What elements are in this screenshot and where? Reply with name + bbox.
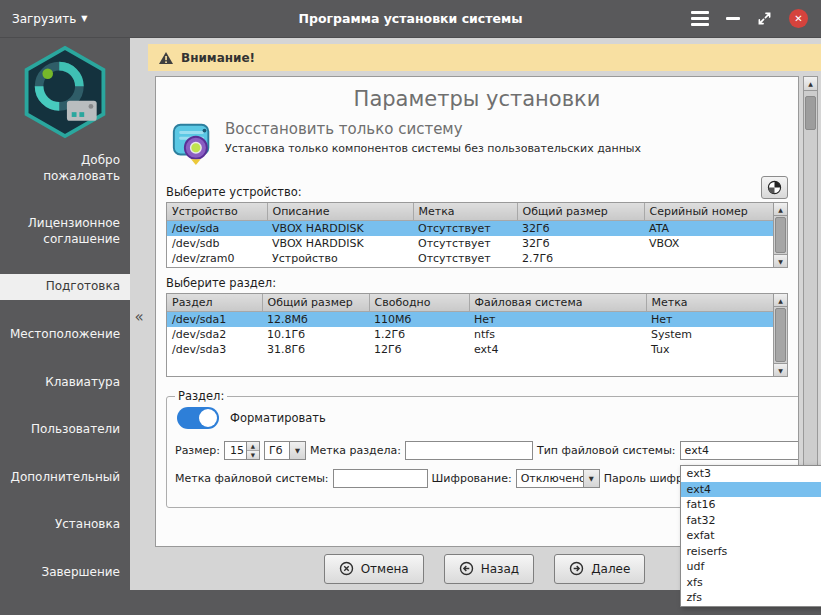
table-cell: 1.2Гб [369, 327, 469, 342]
size-label: Размер: [175, 444, 220, 457]
next-label: Далее [591, 562, 630, 576]
column-header[interactable]: Раздел [167, 294, 262, 312]
minimize-button[interactable] [726, 17, 740, 20]
back-button[interactable]: Назад [444, 554, 534, 584]
maximize-button[interactable] [757, 11, 772, 26]
sidebar-item-3[interactable]: Подготовка [0, 274, 130, 300]
column-header[interactable]: Общий размер [262, 294, 369, 312]
column-header[interactable]: Устройство [167, 203, 267, 221]
scrollbar-thumb[interactable] [775, 308, 786, 362]
next-button[interactable]: Далее [554, 554, 645, 584]
partition-select-label: Выберите раздел: [166, 276, 788, 290]
back-label: Назад [481, 562, 519, 576]
table-cell: /dev/sda2 [167, 327, 262, 342]
menu-icon[interactable] [691, 11, 709, 26]
sidebar-item-6[interactable]: Пользователи [0, 417, 130, 443]
sidebar-item-7[interactable]: Дополнительный [0, 465, 130, 491]
fs-type-option[interactable]: fat32 [681, 513, 821, 529]
device-table: УстройствоОписаниеМеткаОбщий размерСерий… [166, 202, 788, 268]
spin-down-icon[interactable]: ▼ [247, 451, 259, 459]
table-cell: Отсутствует [413, 221, 517, 237]
table-cell: 32Гб [517, 236, 644, 251]
fs-label-input[interactable] [333, 469, 428, 488]
sidebar-item-8[interactable]: Установка [0, 512, 130, 538]
fs-type-combobox[interactable]: ext4 ▼ [680, 441, 799, 460]
scroll-up-icon[interactable]: ▲ [774, 203, 787, 216]
table-row[interactable]: /dev/sdaVBOX HARDDISKОтсутствует32ГбATA [167, 221, 773, 237]
table-cell: VBOX HARDDISK [267, 221, 413, 237]
encryption-value: Отключено [517, 472, 583, 485]
fs-type-option[interactable]: fat16 [681, 497, 821, 513]
restore-heading: Восстановить только систему [225, 120, 641, 138]
restore-system-icon [170, 120, 216, 166]
titlebar: Загрузить ▼ Программа установки системы … [0, 0, 821, 38]
encryption-label: Шифрование: [432, 472, 512, 485]
fs-type-option[interactable]: ext4 [681, 482, 821, 498]
size-unit-combobox[interactable]: Гб ▼ [264, 441, 306, 460]
encryption-combobox[interactable]: Отключено ▼ [516, 469, 600, 488]
restore-subtext: Установка только компонентов системы без… [225, 142, 641, 155]
table-row[interactable]: /dev/zram0УстройствоОтсутствует2.7Гб [167, 251, 773, 266]
spin-up-icon[interactable]: ▲ [247, 442, 259, 451]
table-row[interactable]: /dev/sda210.1Гб1.2ГбntfsSystem [167, 327, 773, 342]
device-table-scrollbar[interactable]: ▲ ▼ [773, 203, 787, 267]
warning-icon [158, 51, 174, 65]
table-cell: Устройство [267, 251, 413, 266]
size-spinner[interactable]: 15 ▲ ▼ [224, 441, 260, 460]
close-button[interactable]: ✕ [789, 9, 808, 28]
partition-table: РазделОбщий размерСвободноФайловая систе… [166, 293, 788, 377]
column-header[interactable]: Свободно [369, 294, 469, 312]
table-cell: /dev/sda3 [167, 342, 262, 357]
column-header[interactable]: Общий размер [517, 203, 644, 221]
sidebar-item-2[interactable]: Лицензионное соглашение [0, 211, 130, 252]
column-header[interactable]: Серийный номер [644, 203, 773, 221]
load-menu-label: Загрузить [12, 12, 76, 26]
scrollbar-thumb[interactable] [805, 96, 816, 130]
column-header[interactable]: Метка [413, 203, 517, 221]
app-logo [17, 44, 113, 140]
column-header[interactable]: Метка [646, 294, 773, 312]
cancel-label: Отмена [361, 562, 409, 576]
table-cell: Нет [646, 312, 773, 328]
table-cell: ext4 [469, 342, 646, 357]
scroll-up-icon[interactable]: ▲ [774, 294, 787, 307]
toggle-knob [199, 409, 217, 427]
sidebar-item-5[interactable]: Клавиатура [0, 370, 130, 396]
disk-usage-button[interactable] [761, 176, 788, 199]
table-cell: VBOX HARDDISK [267, 236, 413, 251]
table-cell: 32Гб [517, 221, 644, 237]
scrollbar-thumb[interactable] [775, 217, 786, 253]
fs-type-option[interactable]: ext3 [681, 466, 821, 482]
fs-type-option[interactable]: udf [681, 559, 821, 575]
table-row[interactable]: /dev/sda112.8Мб110МбНетНет [167, 312, 773, 328]
load-menu-button[interactable]: Загрузить ▼ [12, 12, 87, 26]
fs-type-option[interactable]: xfs [681, 575, 821, 591]
sidebar-item-9[interactable]: Завершение [0, 560, 130, 586]
installer-window: Загрузить ▼ Программа установки системы … [0, 0, 821, 615]
close-icon: ✕ [794, 13, 802, 24]
scroll-up-icon[interactable]: ▲ [804, 77, 817, 91]
format-toggle[interactable] [177, 407, 219, 429]
scroll-down-icon[interactable]: ▼ [774, 254, 787, 267]
partition-table-scrollbar[interactable]: ▲ ▼ [773, 294, 787, 376]
table-row[interactable]: /dev/sda331.8Гб12Гбext4Tux [167, 342, 773, 357]
sidebar-item-1[interactable]: Добро пожаловать [0, 148, 130, 189]
page-title: Параметры установки [156, 87, 798, 111]
fs-type-option[interactable]: exfat [681, 528, 821, 544]
sidebar-item-4[interactable]: Местоположение [0, 322, 130, 348]
column-header[interactable]: Файловая система [469, 294, 646, 312]
partition-label-input[interactable] [405, 441, 533, 460]
scroll-down-icon[interactable]: ▼ [774, 363, 787, 376]
chevron-down-icon: ▼ [81, 15, 87, 23]
table-cell: 12.8Мб [262, 312, 369, 328]
size-value: 15 [225, 442, 246, 459]
sidebar-collapse-button[interactable]: « [130, 308, 148, 326]
table-row[interactable]: /dev/sdbVBOX HARDDISKОтсутствует32ГбVBOX [167, 236, 773, 251]
fs-type-option[interactable]: zfs [681, 590, 821, 606]
table-cell: /dev/sdb [167, 236, 267, 251]
cancel-button[interactable]: Отмена [324, 554, 424, 584]
column-header[interactable]: Описание [267, 203, 413, 221]
sidebar: Добро пожаловатьЛицензионное соглашениеП… [0, 38, 130, 590]
table-cell: /dev/sda1 [167, 312, 262, 328]
fs-type-option[interactable]: reiserfs [681, 544, 821, 560]
